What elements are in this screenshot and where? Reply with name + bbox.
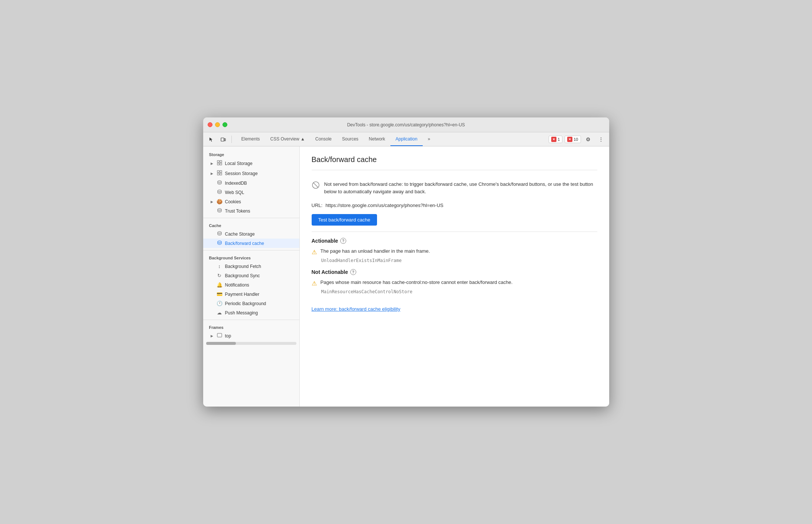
sidebar-cache-label: Cache xyxy=(203,220,299,229)
sidebar-item-session-storage[interactable]: ▶ Session Storage xyxy=(203,168,299,178)
error-count: 1 xyxy=(558,137,560,142)
periodic-bg-label: Periodic Background xyxy=(225,301,266,306)
trust-tokens-label: Trust Tokens xyxy=(225,208,250,214)
sidebar-item-push-messaging[interactable]: ☁ Push Messaging xyxy=(203,308,299,317)
toolbar-right: ✕ 1 ✕ 10 ⚙ ⋮ xyxy=(549,134,606,145)
toolbar-tabs: Elements CSS Overview ▲ Console Sources … xyxy=(236,132,436,146)
main-panel: Back/forward cache Not served from back/… xyxy=(300,146,609,407)
push-messaging-icon: ☁ xyxy=(217,310,223,316)
svg-point-13 xyxy=(218,232,221,233)
sidebar-frames-label: Frames xyxy=(203,322,299,331)
not-actionable-warning-row: ⚠ Pages whose main resource has cache-co… xyxy=(312,279,597,287)
push-messaging-label: Push Messaging xyxy=(225,310,258,316)
tab-console[interactable]: Console xyxy=(310,132,337,146)
arrow-icon: ▶ xyxy=(211,334,213,338)
frame-icon xyxy=(217,333,223,339)
svg-rect-9 xyxy=(220,173,222,175)
actionable-warning-text: The page has an unload handler in the ma… xyxy=(321,248,430,254)
sidebar-item-top[interactable]: ▶ top xyxy=(203,331,299,340)
no-cache-icon xyxy=(312,181,320,191)
learn-more-link[interactable]: Learn more: back/forward cache eligibili… xyxy=(312,306,400,312)
cache-storage-label: Cache Storage xyxy=(225,232,255,237)
not-actionable-warning-text: Pages whose main resource has cache-cont… xyxy=(321,279,513,285)
sidebar-item-indexeddb[interactable]: IndexedDB xyxy=(203,178,299,188)
sidebar-divider-2 xyxy=(203,250,299,250)
sidebar-item-cookies[interactable]: ▶ 🍪 Cookies xyxy=(203,197,299,206)
svg-rect-3 xyxy=(220,161,222,162)
svg-point-12 xyxy=(218,208,221,210)
top-frame-label: top xyxy=(225,333,231,339)
tab-more[interactable]: » xyxy=(423,132,436,146)
sidebar-item-bg-sync[interactable]: ↻ Background Sync xyxy=(203,271,299,280)
error-badge[interactable]: ✕ 1 xyxy=(549,136,562,143)
indexeddb-label: IndexedDB xyxy=(225,181,247,186)
not-actionable-code: MainResourceHasCacheControlNoStore xyxy=(321,289,597,294)
svg-rect-5 xyxy=(220,163,222,165)
sidebar-item-notifications[interactable]: 🔔 Notifications xyxy=(203,280,299,290)
test-bf-cache-button[interactable]: Test back/forward cache xyxy=(312,214,377,226)
close-button[interactable] xyxy=(208,122,212,127)
top-divider xyxy=(312,170,597,170)
not-actionable-help-icon[interactable]: ? xyxy=(350,269,356,275)
page-title: Back/forward cache xyxy=(312,155,597,164)
web-sql-icon xyxy=(217,190,223,195)
session-storage-icon xyxy=(217,170,223,177)
sidebar-item-web-sql[interactable]: Web SQL xyxy=(203,188,299,197)
url-label: URL: xyxy=(312,203,323,208)
minimize-button[interactable] xyxy=(215,122,220,127)
more-options-button[interactable]: ⋮ xyxy=(596,134,606,145)
actionable-heading: Actionable ? xyxy=(312,238,597,244)
arrow-icon: ▶ xyxy=(211,200,213,204)
notifications-label: Notifications xyxy=(225,282,249,288)
maximize-button[interactable] xyxy=(223,122,227,127)
tab-elements[interactable]: Elements xyxy=(236,132,265,146)
settings-button[interactable]: ⚙ xyxy=(583,134,594,145)
tab-sources[interactable]: Sources xyxy=(337,132,364,146)
payment-handler-icon: 💳 xyxy=(217,291,223,297)
warning-count: 10 xyxy=(574,137,578,142)
sidebar-item-payment-handler[interactable]: 💳 Payment Handler xyxy=(203,290,299,299)
sidebar-item-bg-fetch[interactable]: ↕ Background Fetch xyxy=(203,262,299,271)
device-toggle-button[interactable] xyxy=(218,134,228,145)
bf-cache-label: Back/forward cache xyxy=(225,241,264,246)
info-box: Not served from back/forward cache: to t… xyxy=(312,176,597,200)
svg-point-14 xyxy=(218,241,221,242)
sidebar-scrollbar xyxy=(203,342,299,349)
warning-x-icon: ✕ xyxy=(567,137,572,142)
svg-rect-8 xyxy=(217,173,219,175)
toolbar: Elements CSS Overview ▲ Console Sources … xyxy=(203,132,609,146)
indexeddb-icon xyxy=(217,180,223,186)
web-sql-label: Web SQL xyxy=(225,190,244,195)
actionable-warning-icon: ⚠ xyxy=(312,249,317,256)
url-value: https://store.google.com/us/category/pho… xyxy=(325,203,444,208)
actionable-help-icon[interactable]: ? xyxy=(340,238,346,244)
svg-line-17 xyxy=(314,183,318,187)
svg-point-11 xyxy=(218,190,221,191)
periodic-bg-icon: 🕐 xyxy=(217,301,223,306)
svg-rect-6 xyxy=(217,171,219,172)
bg-sync-label: Background Sync xyxy=(225,273,260,278)
sidebar-item-periodic-bg[interactable]: 🕐 Periodic Background xyxy=(203,299,299,308)
tab-css-overview[interactable]: CSS Overview ▲ xyxy=(265,132,310,146)
sidebar-item-local-storage[interactable]: ▶ Local Storage xyxy=(203,158,299,168)
actionable-code: UnloadHandlerExistsInMainFrame xyxy=(321,258,597,263)
sidebar-item-cache-storage[interactable]: Cache Storage xyxy=(203,229,299,239)
info-message: Not served from back/forward cache: to t… xyxy=(324,181,597,195)
titlebar: DevTools - store.google.com/us/category/… xyxy=(203,117,609,132)
sidebar: Storage ▶ Local Storage ▶ Session Storag… xyxy=(203,146,300,407)
mid-divider xyxy=(312,232,597,232)
svg-rect-0 xyxy=(221,138,224,141)
svg-rect-15 xyxy=(217,333,222,337)
actionable-label: Actionable xyxy=(312,238,338,244)
toolbar-divider-1 xyxy=(231,136,232,143)
cursor-tool-button[interactable] xyxy=(206,134,217,145)
sidebar-item-bf-cache[interactable]: Back/forward cache xyxy=(203,239,299,248)
cookies-label: Cookies xyxy=(225,199,241,204)
payment-handler-label: Payment Handler xyxy=(225,292,260,297)
sidebar-divider-1 xyxy=(203,218,299,218)
warning-badge[interactable]: ✕ 10 xyxy=(565,136,581,143)
sidebar-item-trust-tokens[interactable]: Trust Tokens xyxy=(203,206,299,216)
tab-application[interactable]: Application xyxy=(390,132,423,146)
svg-rect-2 xyxy=(217,161,219,162)
tab-network[interactable]: Network xyxy=(364,132,390,146)
